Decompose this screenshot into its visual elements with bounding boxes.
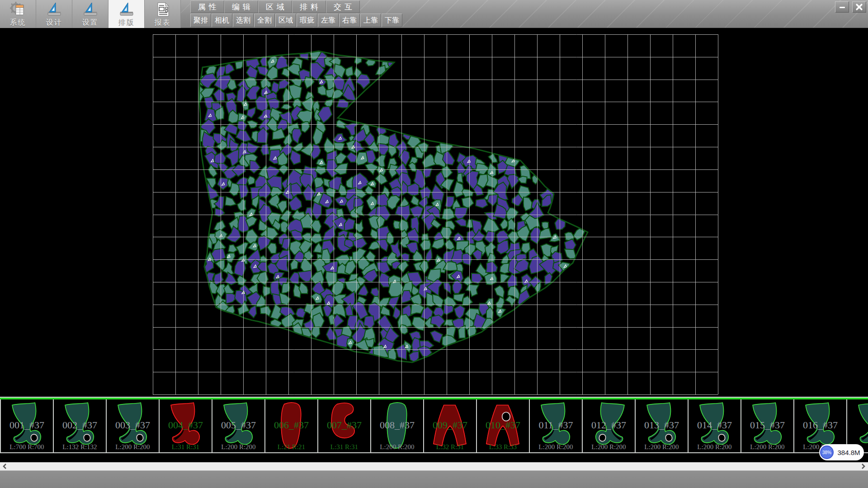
menu-item-4[interactable]: 排料 — [292, 0, 326, 13]
tool-button-8[interactable]: 右靠 — [339, 14, 360, 27]
piece-thumbnail-006_#37[interactable]: 006_#37L:21 R:21 — [264, 399, 317, 452]
piece-lr-count-label: L:32 R:31 — [424, 443, 476, 451]
main-button-label: 排版 — [118, 18, 135, 28]
piece-id-label: 006_#37 — [265, 419, 317, 431]
piece-id-label: 009_#37 — [424, 419, 476, 431]
close-icon — [855, 3, 863, 11]
piece-id-label: 004_#37 — [160, 419, 212, 431]
piece-thumbnail-014_#37[interactable]: 014_#37L:200 R:200 — [688, 399, 741, 452]
piece-lr-count-label: L:200 R:200 — [530, 443, 582, 451]
piece-lr-count-label: L:200 R:200 — [107, 443, 159, 451]
menu-item-2[interactable]: 编辑 — [224, 0, 258, 13]
tool-button-7[interactable]: 左靠 — [318, 14, 339, 27]
main-button-2-design-ruler[interactable]: 设计 — [36, 0, 72, 28]
tool-button-5[interactable]: 区域 — [275, 14, 296, 27]
application-window: 系统 设计 设置 排版 报表 属性编辑区域排料交互 聚排相机选割全割区域瑕疵左靠… — [0, 0, 868, 488]
piece-id-label: 014_#37 — [689, 419, 741, 431]
piece-thumbnail-010_#37[interactable]: 010_#37L:33 R:33 — [476, 399, 529, 452]
piece-id-label: 001_#37 — [1, 419, 53, 431]
piece-lr-count-label: L:132 R:132 — [54, 443, 106, 451]
main-button-label: 设计 — [46, 18, 62, 28]
tool-button-4[interactable]: 全割 — [254, 14, 275, 27]
menu-item-1[interactable]: 属性 — [190, 0, 224, 13]
piece-lr-count-label: L:31 R:31 — [160, 443, 212, 451]
minimize-icon — [839, 4, 846, 11]
main-button-label: 系统 — [10, 18, 26, 28]
horizontal-scrollbar[interactable] — [0, 462, 868, 470]
piece-lr-count-label: L:200 R:200 — [583, 443, 635, 451]
main-button-bar: 系统 设计 设置 排版 报表 — [0, 0, 181, 28]
piece-lr-count-label: L:21 R:21 — [265, 443, 317, 451]
memory-percent-indicator: 38% — [820, 446, 834, 459]
piece-lr-count-label: L:200 R:200 — [212, 443, 264, 451]
main-button-4-nesting-ruler[interactable]: 排版 — [108, 0, 145, 28]
piece-thumbnail-015_#37[interactable]: 015_#37L:200 R:200 — [741, 399, 793, 452]
main-button-1-system-gear[interactable]: 系统 — [0, 0, 36, 28]
tool-button-1[interactable]: 聚排 — [190, 14, 211, 27]
piece-lr-count-label: L:200 R:200 — [741, 443, 793, 451]
piece-lr-count-label: L:200 R:200 — [689, 443, 741, 451]
piece-id-label: 005_#37 — [212, 419, 264, 431]
memory-value-label: 384.8M — [834, 449, 864, 456]
chevron-right-icon — [861, 464, 866, 469]
piece-id-label: 010_#37 — [477, 419, 529, 431]
piece-id-label: 011_#37 — [530, 419, 582, 431]
toolbar: 系统 设计 设置 排版 报表 属性编辑区域排料交互 聚排相机选割全割区域瑕疵左靠… — [0, 0, 868, 28]
piece-id-label: 008_#37 — [371, 419, 423, 431]
report-doc-icon — [155, 1, 171, 18]
piece-lr-count-label: L:700 R:700 — [1, 443, 53, 451]
settings-ruler-icon — [82, 1, 99, 18]
piece-thumbnail-007_#37[interactable]: 007_#37L:31 R:31 — [317, 399, 370, 452]
status-bar — [0, 470, 868, 488]
piece-id-label: 002_#37 — [54, 419, 106, 431]
minimize-button[interactable] — [835, 1, 849, 13]
piece-thumbnail-001_#37[interactable]: 001_#37L:700 R:700 — [0, 399, 53, 452]
piece-thumbnail-012_#37[interactable]: 012_#37L:200 R:200 — [582, 399, 635, 452]
piece-lr-count-label: L:200 R:200 — [371, 443, 423, 451]
menu-area: 属性编辑区域排料交互 聚排相机选割全割区域瑕疵左靠右靠上靠下靠 — [190, 0, 403, 27]
piece-id-label: 015_#37 — [741, 419, 793, 431]
menu-row: 属性编辑区域排料交互 — [190, 0, 403, 13]
main-button-5-report-doc[interactable]: 报表 — [145, 0, 181, 28]
close-button[interactable] — [852, 1, 866, 13]
piece-thumbnail-004_#37[interactable]: 004_#37L:31 R:31 — [159, 399, 212, 452]
tool-button-9[interactable]: 上靠 — [360, 14, 381, 27]
piece-thumbnail-009_#37[interactable]: 009_#37L:32 R:31 — [423, 399, 476, 452]
tool-button-2[interactable]: 相机 — [212, 14, 232, 27]
scroll-left-arrow[interactable] — [0, 462, 9, 470]
window-controls — [835, 1, 866, 13]
memory-usage-badge: 38% 384.8M — [819, 444, 864, 460]
tool-button-10[interactable]: 下靠 — [382, 14, 402, 27]
system-gear-icon — [10, 1, 26, 18]
main-button-label: 设置 — [82, 18, 99, 28]
menu-item-5[interactable]: 交互 — [326, 0, 360, 13]
tool-button-6[interactable]: 瑕疵 — [297, 14, 317, 27]
piece-list: 001_#37L:700 R:700002_#37L:132 R:132003_… — [0, 399, 868, 453]
tool-button-3[interactable]: 选割 — [233, 14, 254, 27]
main-button-3-settings-ruler[interactable]: 设置 — [72, 0, 108, 28]
piece-id-label: 016_#37 — [794, 419, 846, 431]
piece-thumbnail-013_#37[interactable]: 013_#37L:200 R:200 — [635, 399, 688, 452]
piece-thumbnail-011_#37[interactable]: 011_#37L:200 R:200 — [529, 399, 582, 452]
piece-thumbnail-008_#37[interactable]: 008_#37L:200 R:200 — [370, 399, 423, 452]
design-ruler-icon — [46, 1, 62, 18]
piece-id-label: 013_#37 — [636, 419, 688, 431]
nesting-viewport — [0, 28, 868, 397]
piece-thumbnail-005_#37[interactable]: 005_#37L:200 R:200 — [212, 399, 264, 452]
piece-thumbnail-003_#37[interactable]: 003_#37L:200 R:200 — [106, 399, 159, 452]
piece-id-label: 012_#37 — [583, 419, 635, 431]
scroll-right-arrow[interactable] — [859, 462, 868, 470]
piece-lr-count-label: L:200 R:200 — [636, 443, 688, 451]
chevron-left-icon — [2, 464, 7, 469]
piece-id-label: 007_#37 — [318, 419, 370, 431]
tool-row: 聚排相机选割全割区域瑕疵左靠右靠上靠下靠 — [190, 14, 403, 27]
piece-lr-count-label: L:31 R:31 — [318, 443, 370, 451]
piece-thumbnail-002_#37[interactable]: 002_#37L:132 R:132 — [53, 399, 106, 452]
main-button-label: 报表 — [155, 18, 171, 28]
piece-id-label: 0 — [847, 419, 868, 431]
menu-item-3[interactable]: 区域 — [258, 0, 292, 13]
piece-thumbnail-strip: 001_#37L:700 R:700002_#37L:132 R:132003_… — [0, 397, 868, 462]
nesting-canvas[interactable] — [0, 28, 868, 397]
piece-lr-count-label: L:33 R:33 — [477, 443, 529, 451]
piece-id-label: 003_#37 — [107, 419, 159, 431]
